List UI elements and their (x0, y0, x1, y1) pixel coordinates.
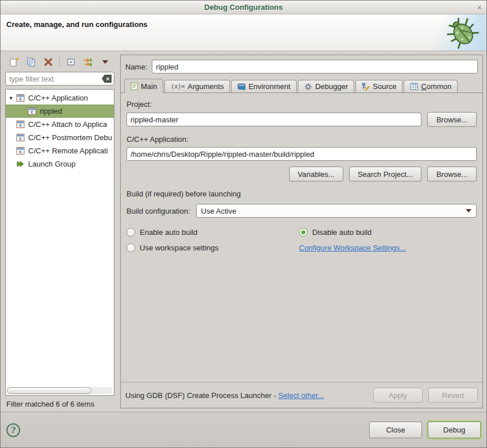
document-icon (131, 82, 138, 90)
name-input[interactable] (152, 60, 478, 74)
menu-dropdown-icon[interactable] (99, 56, 112, 68)
svg-text:c: c (19, 136, 22, 141)
tree-item-label: Launch Group (26, 160, 75, 168)
debugger-icon (304, 83, 312, 91)
debug-button[interactable]: Debug (428, 422, 481, 438)
common-icon (410, 83, 418, 90)
svg-text:c: c (19, 122, 22, 128)
radio-selected-icon (299, 228, 308, 237)
configuration-editor-panel: Name: Main (x)= Arguments Environment (120, 55, 483, 408)
main-tab-content: Project: Browse... C/C++ Application: Va… (121, 93, 482, 382)
close-button[interactable]: Close (369, 422, 422, 438)
tree-item-launch-group[interactable]: Launch Group (6, 157, 114, 171)
application-browse-button[interactable]: Browse... (427, 167, 477, 181)
tree-item-cpp-remote[interactable]: c C/C++ Remote Applicati (6, 144, 114, 157)
c-application-icon: c (16, 146, 26, 155)
configurations-sidebar: × ▼ c C/C++ Application c rippled (4, 55, 116, 408)
project-browse-button[interactable]: Browse... (427, 112, 477, 127)
tab-label: Environment (248, 82, 290, 91)
filter-status: Filter matched 6 of 6 items (4, 396, 116, 408)
window-title: Debug Configurations (204, 3, 283, 11)
svg-text:c: c (19, 96, 22, 102)
select-other-link[interactable]: Select other... (278, 391, 324, 400)
launcher-text: Using GDB (DSF) Create Process Launcher … (125, 391, 276, 400)
tree-item-label: C/C++ Postmortem Debu (26, 133, 112, 142)
filter-input[interactable] (5, 72, 114, 86)
c-application-icon: c (28, 107, 37, 115)
build-config-label: Build configuration: (126, 207, 190, 215)
config-toolbar (4, 55, 116, 71)
radio-icon (126, 244, 135, 252)
c-application-icon: c (16, 133, 26, 142)
tab-main[interactable]: Main (124, 79, 163, 93)
radio-label: Use workspace settings (140, 244, 218, 252)
environment-icon (237, 83, 246, 90)
tab-source[interactable]: Source (355, 80, 402, 92)
tab-label: Arguments (187, 82, 224, 91)
variables-button[interactable]: Variables... (289, 167, 343, 181)
scrollbar-thumb[interactable] (7, 387, 91, 394)
tree-item-cpp-application[interactable]: ▼ c C/C++ Application (6, 91, 114, 105)
tree-item-cpp-postmortem[interactable]: c C/C++ Postmortem Debu (6, 131, 114, 144)
tree-item-label: C/C++ Attach to Applica (26, 120, 107, 129)
project-input[interactable] (126, 113, 421, 126)
build-config-select[interactable]: Use Active (196, 204, 477, 218)
radio-label: Enable auto build (140, 228, 197, 237)
filter-box: × (5, 72, 114, 86)
page-title: Create, manage, and run configurations (6, 20, 148, 29)
tab-common[interactable]: Common (404, 80, 458, 92)
delete-config-icon[interactable] (42, 56, 55, 68)
collapse-all-icon[interactable] (64, 56, 77, 68)
tree-item-cpp-attach[interactable]: c C/C++ Attach to Applica (6, 118, 114, 131)
radio-disable-auto-build[interactable]: Disable auto build (299, 228, 477, 237)
tab-label: Main (141, 82, 157, 91)
radio-icon (126, 228, 135, 237)
tab-label: Debugger (315, 82, 348, 91)
tab-environment[interactable]: Environment (231, 80, 297, 92)
revert-button[interactable]: Revert (428, 388, 478, 403)
main-area: × ▼ c C/C++ Application c rippled (1, 51, 486, 412)
name-label: Name: (125, 63, 147, 71)
launcher-row: Using GDB (DSF) Create Process Launcher … (121, 382, 482, 408)
header-banner: Create, manage, and run configurations (1, 14, 486, 51)
tree-item-label: C/C++ Application (26, 94, 88, 102)
filter-configs-icon[interactable] (82, 56, 94, 68)
close-icon[interactable]: × (477, 1, 482, 14)
tab-debugger[interactable]: Debugger (298, 80, 354, 92)
tree-item-label: rippled (37, 107, 62, 115)
tree-horizontal-scrollbar[interactable] (7, 387, 113, 394)
tree-item-rippled[interactable]: c rippled (6, 105, 114, 118)
tree-item-label: C/C++ Remote Applicati (26, 146, 108, 155)
c-application-icon: c (16, 120, 26, 129)
apply-button[interactable]: Apply (373, 388, 423, 403)
configure-workspace-settings-link[interactable]: Configure Workspace Settings... (299, 244, 406, 252)
tab-arguments[interactable]: (x)= Arguments (164, 80, 230, 92)
toolbar-separator (59, 57, 60, 67)
tab-label: Common (421, 82, 451, 91)
arguments-icon: (x)= (171, 83, 185, 90)
project-label: Project: (126, 100, 477, 109)
c-application-icon: c (16, 94, 26, 102)
chevron-down-icon (466, 209, 471, 213)
build-config-value: Use Active (201, 207, 466, 215)
expand-toggle-icon[interactable]: ▼ (6, 95, 16, 101)
name-row: Name: (121, 55, 482, 79)
radio-label: Disable auto build (312, 228, 371, 237)
auto-build-options: Enable auto build Disable auto build Use… (126, 228, 477, 252)
application-input[interactable] (126, 147, 477, 161)
radio-enable-auto-build[interactable]: Enable auto build (126, 228, 299, 237)
new-config-icon[interactable] (7, 56, 20, 68)
help-icon[interactable]: ? (6, 423, 20, 437)
dialog-button-bar: ? Close Debug (1, 412, 486, 447)
svg-text:c: c (19, 149, 22, 155)
duplicate-config-icon[interactable] (25, 56, 37, 68)
debug-configurations-dialog: Debug Configurations × Create, manage, a… (0, 0, 487, 448)
radio-use-workspace-settings[interactable]: Use workspace settings (126, 244, 299, 252)
config-tabs: Main (x)= Arguments Environment Debugger… (121, 79, 482, 93)
source-icon (362, 83, 370, 91)
launch-group-icon (16, 160, 26, 168)
build-note: Build (if required) before launching (126, 190, 477, 198)
search-project-button[interactable]: Search Project... (349, 167, 421, 181)
titlebar: Debug Configurations × (1, 1, 486, 14)
svg-text:c: c (30, 109, 33, 115)
